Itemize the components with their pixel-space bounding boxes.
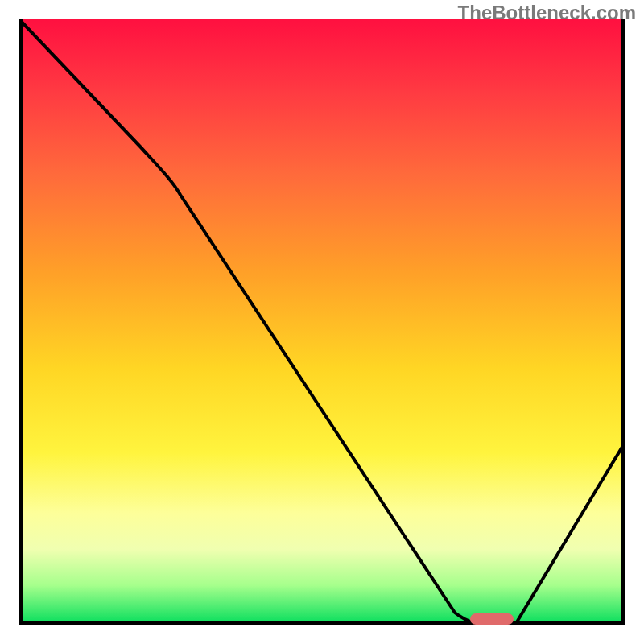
- chart-frame: TheBottleneck.com: [0, 0, 644, 644]
- plot-background: [19, 19, 625, 625]
- optimum-marker: [470, 613, 514, 625]
